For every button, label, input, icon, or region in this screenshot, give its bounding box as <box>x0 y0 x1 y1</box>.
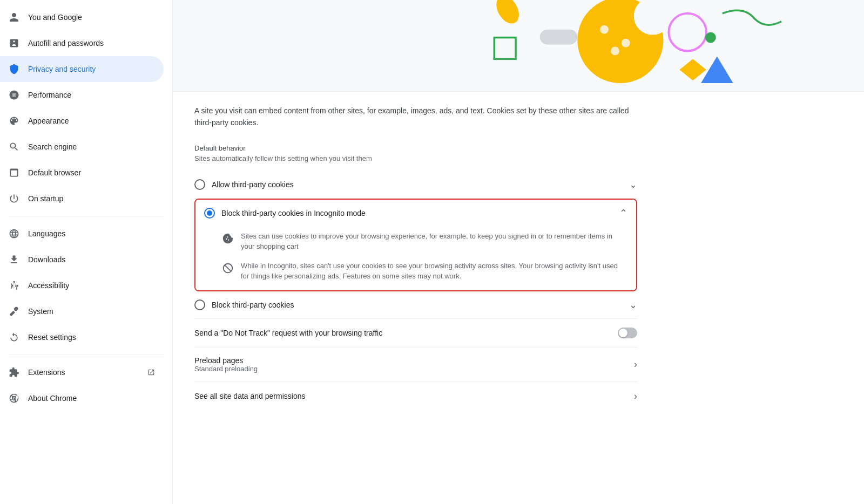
do-not-track-label: Send a "Do Not Track" request with your … <box>194 329 611 337</box>
illustration-area <box>173 0 864 92</box>
option-block-incognito-label: Block third-party cookies in Incognito m… <box>221 209 613 217</box>
option-block-all-label: Block third-party cookies <box>212 301 623 309</box>
shield-icon <box>9 64 19 74</box>
sidebar-label-reset-settings: Reset settings <box>28 333 76 342</box>
accessibility-icon <box>9 280 19 291</box>
chevron-down-icon-block-all: ⌄ <box>629 299 637 311</box>
sidebar-item-downloads[interactable]: Downloads <box>0 247 164 273</box>
sidebar-item-languages[interactable]: Languages <box>0 221 164 247</box>
chevron-right-preload: › <box>634 359 637 370</box>
chevron-right-site-data: › <box>634 391 637 402</box>
sidebar-label-privacy: Privacy and security <box>28 65 96 73</box>
sidebar-label-performance: Performance <box>28 91 71 99</box>
svg-point-8 <box>492 0 524 28</box>
preload-sublabel: Standard preloading <box>194 365 627 373</box>
sidebar-item-appearance[interactable]: Appearance <box>0 108 164 134</box>
sidebar-item-autofill[interactable]: Autofill and passwords <box>0 30 164 56</box>
svg-rect-7 <box>494 38 516 59</box>
site-data-label: See all site data and permissions <box>194 392 627 400</box>
sidebar-item-privacy[interactable]: Privacy and security <box>0 56 164 82</box>
sidebar-label-default-browser: Default browser <box>28 168 81 177</box>
sidebar-item-search-engine[interactable]: Search engine <box>0 134 164 160</box>
svg-point-10 <box>669 13 706 51</box>
sidebar-item-default-browser[interactable]: Default browser <box>0 160 164 186</box>
sidebar-label-system: System <box>28 307 53 316</box>
content-area: A site you visit can embed content from … <box>173 92 659 424</box>
sidebar-item-system[interactable]: System <box>0 298 164 324</box>
sidebar-divider-2 <box>9 355 164 355</box>
other-options-list: Send a "Do Not Track" request with your … <box>194 319 637 411</box>
power-icon <box>9 193 19 204</box>
sidebar-item-reset-settings[interactable]: Reset settings <box>0 324 164 350</box>
chrome-icon <box>9 393 19 404</box>
block-detail-incognito-text: While in Incognito, sites can't use your… <box>241 261 627 282</box>
external-link-icon <box>147 369 155 376</box>
block-detail-incognito: While in Incognito, sites can't use your… <box>221 261 627 282</box>
radio-allow <box>194 179 205 190</box>
svg-rect-9 <box>540 30 578 45</box>
chevron-up-icon-incognito: ⌃ <box>619 207 627 219</box>
sidebar-label-languages: Languages <box>28 229 65 238</box>
do-not-track-toggle[interactable] <box>618 328 637 338</box>
sidebar-label-search-engine: Search engine <box>28 142 77 151</box>
option-block-incognito-header[interactable]: Block third-party cookies in Incognito m… <box>195 200 636 227</box>
sidebar: You and Google Autofill and passwords Pr… <box>0 0 173 504</box>
option-block-incognito-block: Block third-party cookies in Incognito m… <box>194 199 637 291</box>
wrench-icon <box>9 306 19 317</box>
option-do-not-track[interactable]: Send a "Do Not Track" request with your … <box>194 319 637 348</box>
chevron-down-icon-allow: ⌄ <box>629 179 637 190</box>
browser-icon <box>9 167 19 178</box>
sidebar-divider-1 <box>9 216 164 216</box>
extensions-icon <box>9 367 19 378</box>
main-description: A site you visit can embed content from … <box>194 105 637 129</box>
svg-point-4 <box>600 25 609 34</box>
sidebar-label-you-and-google: You and Google <box>28 13 82 22</box>
section-default-behavior-subtitle: Sites automatically follow this setting … <box>194 154 637 162</box>
sidebar-label-accessibility: Accessibility <box>28 281 69 290</box>
sidebar-item-about-chrome[interactable]: About Chrome <box>0 385 164 411</box>
option-preload-pages[interactable]: Preload pages Standard preloading › <box>194 348 637 382</box>
palette-icon <box>9 115 19 126</box>
cookie-icon <box>221 232 234 245</box>
option-block-incognito-content: Sites can use cookies to improve your br… <box>195 227 636 290</box>
sidebar-label-autofill: Autofill and passwords <box>28 39 104 47</box>
sidebar-item-extensions[interactable]: Extensions <box>0 359 164 385</box>
option-site-data[interactable]: See all site data and permissions › <box>194 382 637 411</box>
preload-label: Preload pages <box>194 356 627 365</box>
speed-icon <box>9 90 19 100</box>
svg-marker-11 <box>679 59 706 80</box>
sidebar-label-downloads: Downloads <box>28 255 65 264</box>
svg-point-6 <box>611 46 619 55</box>
globe-icon <box>9 228 19 239</box>
preload-label-group: Preload pages Standard preloading <box>194 356 627 373</box>
sidebar-label-extensions: Extensions <box>28 368 65 377</box>
radio-block-all <box>194 299 205 310</box>
sidebar-label-about-chrome: About Chrome <box>28 394 77 403</box>
block-icon <box>221 262 234 275</box>
radio-block-incognito <box>204 208 215 219</box>
assignment-icon <box>9 38 19 49</box>
sidebar-item-you-and-google[interactable]: You and Google <box>0 4 164 30</box>
sidebar-label-on-startup: On startup <box>28 194 63 203</box>
option-allow-cookies[interactable]: Allow third-party cookies ⌄ <box>194 171 637 199</box>
block-detail-cookies: Sites can use cookies to improve your br… <box>221 231 627 252</box>
option-block-all-cookies[interactable]: Block third-party cookies ⌄ <box>194 291 637 319</box>
sidebar-item-accessibility[interactable]: Accessibility <box>0 273 164 298</box>
main-content: A site you visit can embed content from … <box>173 0 864 504</box>
person-icon <box>9 12 19 23</box>
sidebar-item-performance[interactable]: Performance <box>0 82 164 108</box>
svg-point-13 <box>705 32 716 43</box>
svg-point-5 <box>622 39 630 47</box>
section-default-behavior-title: Default behavior <box>194 144 637 152</box>
download-icon <box>9 254 19 265</box>
reset-icon <box>9 332 19 343</box>
search-icon <box>9 141 19 152</box>
block-detail-cookies-text: Sites can use cookies to improve your br… <box>241 231 627 252</box>
option-allow-label: Allow third-party cookies <box>212 180 623 189</box>
sidebar-item-on-startup[interactable]: On startup <box>0 186 164 212</box>
sidebar-label-appearance: Appearance <box>28 117 69 125</box>
